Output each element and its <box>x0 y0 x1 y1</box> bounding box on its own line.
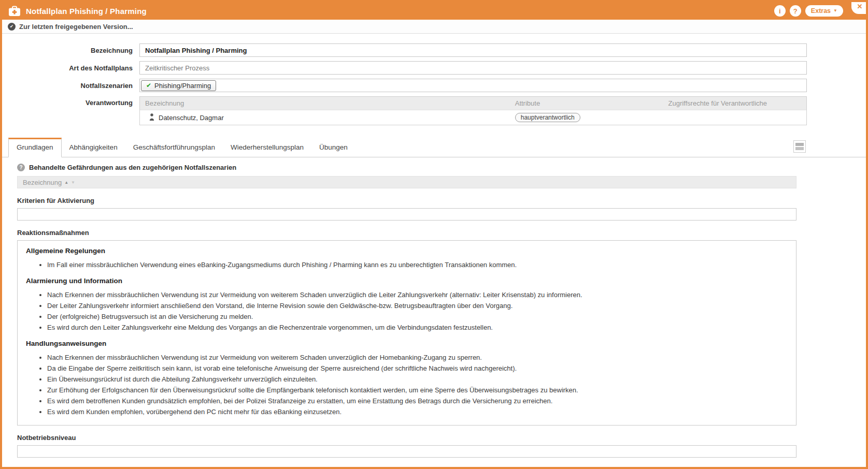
deaktivierung-label: Kriterien für Deaktivierung <box>17 466 796 469</box>
reaktion-label: Reaktionsmaßnahmen <box>17 229 796 237</box>
responsibility-table: Bezeichnung Attribute Zugriffsrechte für… <box>139 96 807 125</box>
bezeichnung-field[interactable]: Notfallplan Phishing / Pharming <box>139 43 807 57</box>
bullet-item: Der Leiter Zahlungsverkehr informiert an… <box>47 301 788 311</box>
tab-content-grundlagen: ? Behandelte Gefährdungen aus den zugehö… <box>2 157 866 469</box>
extras-button[interactable]: Extras ▼ <box>805 5 843 17</box>
szenarien-field[interactable]: ✔ Phishing/Pharming <box>139 79 807 92</box>
szenario-chip[interactable]: ✔ Phishing/Pharming <box>141 80 216 91</box>
aktivierung-label: Kriterien für Aktivierung <box>17 197 796 204</box>
info-icon: i <box>779 7 781 15</box>
close-button[interactable]: ✕ <box>851 0 868 14</box>
titlebar-actions: i ? Extras ▼ <box>774 2 843 20</box>
form-row-verantwortung: Verantwortung Bezeichnung Attribute Zugr… <box>2 96 807 125</box>
bullet-item: Nach Erkennen der missbräuchlichen Verwe… <box>47 353 788 362</box>
bullet-item: Der (erfolgreiche) Betrugsversuch ist an… <box>47 312 788 321</box>
bullet-item: Im Fall einer missbräuchlichen Verwendun… <box>47 260 788 270</box>
responsible-person-name: Datenschutz, Dagmar <box>159 114 224 122</box>
extras-label: Extras <box>811 7 831 14</box>
gefaehrdungen-column-label: Bezeichnung <box>23 179 62 186</box>
notbetrieb-input[interactable] <box>17 445 796 458</box>
tab-uebungen[interactable]: Übungen <box>311 138 355 157</box>
bezeichnung-label: Bezeichnung <box>2 47 139 54</box>
szenario-chip-label: Phishing/Pharming <box>154 82 211 90</box>
gefaehrdungen-table-header[interactable]: Bezeichnung ▲ ▼ <box>17 176 796 188</box>
first-aid-kit-icon <box>8 6 21 17</box>
reaktion-richtext[interactable]: Allgemeine Regelungen Im Fall einer miss… <box>17 240 796 426</box>
sort-ascending-icon: ▲ <box>64 180 68 185</box>
check-icon: ✔ <box>146 82 151 89</box>
column-header-bezeichnung[interactable]: Bezeichnung <box>140 97 510 110</box>
titlebar: Notfallplan Phishing / Pharming i ? Extr… <box>2 2 866 20</box>
close-icon: ✕ <box>857 3 863 10</box>
verantwortung-label: Verantwortung <box>2 96 139 107</box>
aktivierung-input[interactable] <box>17 208 796 221</box>
bullet-item: Ein Überweisungsrückruf ist durch die Ab… <box>47 374 788 384</box>
masterdata-form: Bezeichnung Notfallplan Phishing / Pharm… <box>2 34 866 125</box>
bullet-item: Zur Erhöhung der Erfolgschancen für den … <box>47 385 788 395</box>
richtext-heading: Handlungsanweisungen <box>26 340 788 347</box>
bullet-item: Es wird dem betroffenen Kunden grundsätz… <box>47 396 788 406</box>
gefaehrdungen-section-title: ? Behandelte Gefährdungen aus den zugehö… <box>17 164 796 171</box>
chevron-down-icon: ▼ <box>833 9 837 13</box>
bullet-list: Nach Erkennen der missbräuchlichen Verwe… <box>26 353 788 417</box>
window-title: Notfallplan Phishing / Pharming <box>26 7 147 16</box>
info-button[interactable]: i <box>774 5 786 17</box>
bullet-item: Nach Erkennen der missbräuchlichen Verwe… <box>47 290 788 300</box>
tab-abhaengigkeiten[interactable]: Abhängigkeiten <box>62 138 125 157</box>
szenarien-label: Notfallszenarien <box>2 82 139 90</box>
responsibility-table-header: Bezeichnung Attribute Zugriffsrechte für… <box>140 97 806 110</box>
access-rights-cell <box>663 115 806 120</box>
form-row-szenarien: Notfallszenarien ✔ Phishing/Pharming <box>2 79 807 92</box>
table-row[interactable]: Datenschutz, Dagmar hauptverantwortlich <box>140 110 806 125</box>
form-row-art: Art des Notfallplans Zeitkritischer Proz… <box>2 61 807 75</box>
form-row-bezeichnung: Bezeichnung Notfallplan Phishing / Pharm… <box>2 43 807 57</box>
sort-descending-icon: ▼ <box>71 180 75 185</box>
gefaehrdungen-title-text: Behandelte Gefährdungen aus den zugehöri… <box>29 164 236 171</box>
column-header-attribute[interactable]: Attribute <box>510 97 663 110</box>
tab-bar: Grundlagen Abhängigkeiten Geschäftsfortf… <box>2 138 866 157</box>
richtext-heading: Allgemeine Regelungen <box>26 247 788 255</box>
bullet-item: Da die Eingabe der Sperre zeitkritisch s… <box>47 363 788 373</box>
tab-geschaeftsfortfuehrungsplan[interactable]: Geschäftsfortführungsplan <box>125 138 223 157</box>
column-header-zugriffsrechte[interactable]: Zugriffsrechte für Verantwortliche <box>663 97 806 110</box>
bullet-item: Es wird dem Kunden empfohlen, vorübergeh… <box>47 407 788 417</box>
art-field[interactable]: Zeitkritischer Prozess <box>139 61 807 75</box>
notbetrieb-label: Notbetriebsniveau <box>17 434 796 442</box>
bullet-list: Nach Erkennen der missbräuchlichen Verwe… <box>26 290 788 332</box>
check-circle-icon: ✔ <box>8 23 16 31</box>
help-icon: ? <box>793 7 798 15</box>
bullet-list: Im Fall einer missbräuchlichen Verwendun… <box>26 260 788 270</box>
tab-grundlagen[interactable]: Grundlagen <box>8 138 62 157</box>
version-bar: ✔ Zur letzten freigegebenen Version... <box>2 20 866 34</box>
help-button[interactable]: ? <box>790 5 801 17</box>
tab-wiederherstellungsplan[interactable]: Wiederherstellungsplan <box>223 138 311 157</box>
layout-rows-icon[interactable] <box>793 140 806 153</box>
bullet-item: Es wird durch den Leiter Zahlungsverkehr… <box>47 323 788 332</box>
richtext-heading: Alarmierung und Information <box>26 277 788 285</box>
help-circle-icon[interactable]: ? <box>17 164 25 171</box>
attribute-badge: hauptverantwortlich <box>515 113 580 122</box>
last-released-version-link[interactable]: Zur letzten freigegebenen Version... <box>19 23 133 31</box>
app-window: Notfallplan Phishing / Pharming i ? Extr… <box>0 0 868 469</box>
person-icon <box>149 113 154 122</box>
art-label: Art des Notfallplans <box>2 64 139 72</box>
